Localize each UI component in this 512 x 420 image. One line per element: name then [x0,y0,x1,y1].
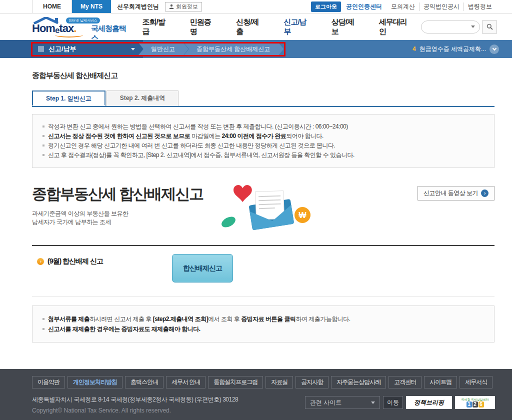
notice-text-segment: 정기신고인 경우 해당 신고기한 내에 여러 번 신고를 하더라도 최종 신고한… [48,142,335,149]
tax-call-center-banner[interactable]: 국세청 국세상담센터 126 [455,396,495,409]
call-number-digit: 6 [478,402,484,408]
policy-briefing-banner[interactable]: 정책브리핑 [406,396,452,409]
main-menu-item[interactable]: 조회/발급 [132,18,180,36]
notice-text: 신고 후 접수결과(정상)를 꼭 확인하고, [Step 2. 신고내역]에서 … [48,152,354,158]
call-center-label: 국세청 국세상담센터 [461,398,489,402]
call-number-digit: 1 [466,402,472,408]
footer-link[interactable]: 홈택스안내 [125,376,164,388]
footer-link[interactable]: 자주묻는상담사례 [331,376,386,388]
notice-text-segment: 신고서를 재제출한 경우에는 증빙자료도 재제출해야 합니다. [48,326,200,332]
notice-text-segment: 첨부서류를 제출 [48,316,90,322]
related-site-select[interactable]: 관련 사이트 [305,396,380,409]
call-number-digit: 2 [472,402,478,408]
search-input[interactable] [421,20,480,34]
cert-center-link[interactable]: 공인인증센터 [346,2,382,11]
notice-text: 정기신고인 경우 해당 신고기한 내에 여러 번 신고를 하더라도 최종 신고한… [48,142,335,149]
utility-link[interactable]: 공익법인공시 [419,2,464,11]
notice-text-segment: 하시려면 신고서 제출 후 [90,316,152,322]
site-footer: 이용약관개인정보처리방침홈택스안내세무서 안내통합설치프로그램자료실공지사항자주… [0,369,512,420]
chevron-down-icon [492,46,496,50]
hometax-logo[interactable]: Hometax. 인터넷 납세서비스 국세청홈택스 [32,16,132,38]
notice-text-segment: [step2.제출내역 조회] [153,316,208,322]
svg-text:₩: ₩ [298,211,306,220]
notice-text-segment: 하여 제출가능합니다. [296,316,350,322]
main-menu-item[interactable]: 신청/제출 [226,18,273,36]
heart-icon [234,185,252,202]
site-search [421,20,497,34]
envelope-icon [247,186,294,230]
notice-text-segment: 24:00 이전에 접수가 완료 [222,132,286,140]
notice-bullet: 신고서를 재제출한 경우에는 증빙자료도 재제출해야 합니다. [42,324,485,334]
notice-text: 첨부서류를 제출하시려면 신고서 제출 후 [step2.제출내역 조회]에서 … [48,316,350,322]
nav-menu-dropdown[interactable]: 신고/납부 [0,40,143,58]
search-button[interactable] [482,20,497,34]
notice-bullet: 작성과 변환 신고 중에서 원하는 방법을 선택하여 신고서를 작성 또는 변환… [42,122,485,132]
utility-links: 로그아웃 공인인증센터 모의계산공익법인공시법령정보 [311,0,512,13]
search-icon [486,24,493,30]
member-info-label: 회원정보 [176,3,198,10]
footer-link[interactable]: 사이트맵 [424,376,457,388]
nav-menu-label: 신고/납부 [48,44,76,54]
arrow-right-circle-icon: › [37,258,44,265]
notice-bullet: 신고서는 정상 접수된 것에 한하여 신고된 것으로 보므로 마감일에는 24:… [42,132,485,141]
logo-tagline: 인터넷 납세서비스 [66,18,100,24]
utility-link[interactable]: 법령정보 [464,2,496,11]
video-guide-label: 신고안내 동영상 보기 [424,189,478,198]
main-menu: 조회/발급민원증명신청/제출신고/납부상담/제보세무대리인 [132,18,421,36]
related-site-label: 관련 사이트 [310,398,342,407]
notice-bullet: 신고 후 접수결과(정상)를 꼭 확인하고, [Step 2. 신고내역]에서 … [42,150,485,160]
step-tabs: Step 1. 일반신고Step 2. 제출내역 [32,90,494,107]
notice-expand-button[interactable] [490,44,499,54]
home-tab[interactable]: HOME [32,0,72,13]
step-tab[interactable]: Step 1. 일반신고 [32,90,106,106]
main-menu-item[interactable]: 세무대리인 [368,18,421,36]
notice-list-2: 첨부서류를 제출하시려면 신고서 제출 후 [step2.제출내역 조회]에서 … [42,314,485,334]
bullet-square-icon [42,135,44,137]
main-menu-item[interactable]: 신고/납부 [273,18,320,36]
go-button[interactable]: 이동 [383,396,403,409]
main-menu-item[interactable]: 상담/제보 [321,18,368,36]
person-icon [169,4,174,9]
notice-text-segment: 에서 조회 후 [208,316,241,322]
notice-text-segment: 마감일에는 [190,132,222,140]
bullet-square-icon [42,154,44,156]
chevron-down-icon[interactable] [471,26,475,28]
page-title: 종합부동산세 합산배제신고 [32,71,494,80]
video-guide-button[interactable]: 신고안내 동영상 보기 › [418,186,494,200]
footer-link[interactable]: 이용약관 [32,376,65,388]
site-header: Hometax. 인터넷 납세서비스 국세청홈택스 조회/발급민원증명신청/제출… [0,14,512,40]
logout-button[interactable]: 로그아웃 [311,2,341,12]
notice-text-segment: 증빙자료 버튼을 클릭 [241,316,296,322]
exclusion-report-button[interactable]: 합산배제신고 [172,254,233,282]
notice-bullet: 첨부서류를 제출하시려면 신고서 제출 후 [step2.제출내역 조회]에서 … [42,314,485,324]
breadcrumb-item[interactable]: 일반신고 [138,42,188,56]
footer-link[interactable]: 자료실 [266,376,293,388]
member-info-button[interactable]: 회원정보 [165,2,202,12]
main-menu-item[interactable]: 민원증명 [180,18,226,36]
footer-link[interactable]: 공지사항 [296,376,328,388]
report-section-label: › (9월) 합산배제 신고 [37,257,103,266]
policy-briefing-label: 정책브리핑 [414,398,444,407]
main-content: 종합부동산세 합산배제신고 Step 1. 일반신고Step 2. 제출내역 작… [32,71,494,342]
notice-box-2: 첨부서류를 제출하시려면 신고서 제출 후 [step2.제출내역 조회]에서 … [32,306,494,342]
notice-text: 신고서를 재제출한 경우에는 증빙자료도 재제출해야 합니다. [48,326,200,332]
breadcrumb-item[interactable]: 종합부동산세 합산배제신고 [183,42,284,56]
hometax-page: HOME My NTS 선우회계법인님 회원정보 로그아웃 공인인증센터 모의계… [0,0,512,420]
utility-link[interactable]: 모의계산 [387,2,419,11]
my-nts-tab[interactable]: My NTS [72,0,111,13]
notice-text-segment: 신고 후 접수결과(정상)를 꼭 확인하고, [Step 2. 신고내역]에서 … [48,152,354,158]
call-number-126: 126 [466,402,484,408]
footer-link[interactable]: 세무서 안내 [166,376,206,388]
footer-link[interactable]: 고객센터 [388,376,422,388]
footer-link[interactable]: 통합설치프로그램 [208,376,263,388]
username-label: 선우회계법인님 [111,0,165,13]
footer-link[interactable]: 개인정보처리방침 [68,376,122,388]
chevron-down-icon [131,48,135,50]
step-tab[interactable]: Step 2. 제출내역 [106,90,179,106]
notice-bullet: 정기신고인 경우 해당 신고기한 내에 여러 번 신고를 하더라도 최종 신고한… [42,141,485,150]
hero-section: 종합부동산세 합산배제신고 과세기준금액 이상의 부동산을 보유한 납세자가 국… [32,184,494,234]
notice-text-segment: 작성과 변환 신고 중에서 원하는 방법을 선택하여 신고서를 작성 또는 변환… [48,123,348,130]
breadcrumb: 일반신고종합부동산세 합산배제신고 [143,42,284,56]
footer-link[interactable]: 세무서식 [460,376,492,388]
arrow-right-circle-icon: › [481,190,488,197]
